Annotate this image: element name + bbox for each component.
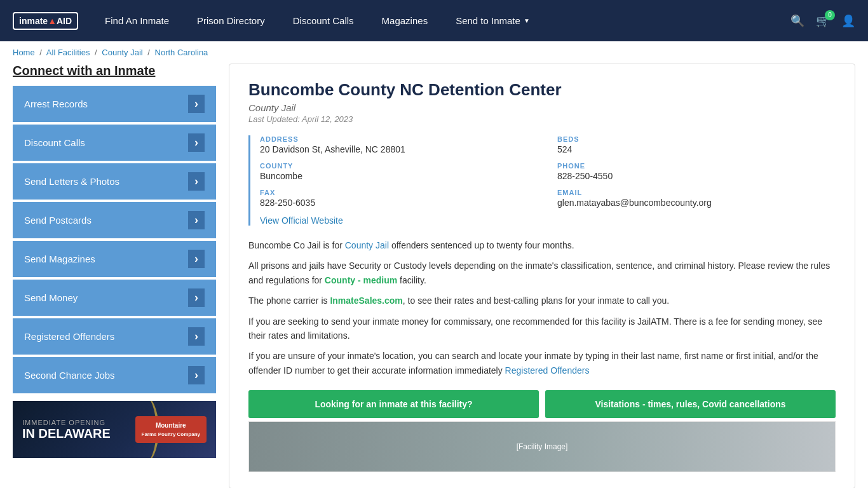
county-label: COUNTY bbox=[260, 162, 538, 170]
phone-value: 828-250-4550 bbox=[557, 171, 836, 181]
facility-type: County Jail bbox=[248, 102, 836, 113]
ad-text: IMMEDIATE OPENING IN DELAWARE bbox=[22, 419, 111, 441]
sidebar-btn-registered-offenders[interactable]: Registered Offenders › bbox=[13, 318, 216, 355]
facility-desc-5: If you are unsure of your inmate's locat… bbox=[248, 349, 836, 377]
official-website-link[interactable]: View Official Website bbox=[260, 215, 343, 226]
county-jail-link-1[interactable]: County Jail bbox=[345, 240, 389, 250]
find-inmate-cta-button[interactable]: Looking for an inmate at this facility? bbox=[248, 390, 539, 418]
breadcrumb: Home / All Facilities / County Jail / No… bbox=[0, 41, 868, 64]
nav-discount-calls[interactable]: Discount Calls bbox=[279, 0, 368, 41]
sidebar-btn-send-money[interactable]: Send Money › bbox=[13, 280, 216, 316]
address-label: ADDRESS bbox=[260, 135, 538, 143]
official-link-block: View Official Website bbox=[260, 215, 836, 226]
county-value: Buncombe bbox=[260, 171, 538, 181]
fax-label: FAX bbox=[260, 189, 538, 196]
breadcrumb-state[interactable]: North Carolina bbox=[155, 48, 208, 57]
ad-location-text: IN DELAWARE bbox=[22, 426, 111, 441]
email-block: EMAIL glen.matayabas@buncombecounty.org bbox=[557, 189, 836, 208]
breadcrumb-home[interactable]: Home bbox=[13, 48, 35, 57]
sidebar-ad[interactable]: IMMEDIATE OPENING IN DELAWARE MountaireF… bbox=[13, 401, 216, 458]
phone-label: PHONE bbox=[557, 162, 836, 170]
breadcrumb-sep1: / bbox=[39, 48, 42, 57]
beds-label: BEDS bbox=[557, 135, 836, 143]
fax-block: FAX 828-250-6035 bbox=[260, 189, 538, 208]
breadcrumb-county-jail[interactable]: County Jail bbox=[102, 48, 142, 57]
registered-offenders-link[interactable]: Registered Offenders bbox=[505, 365, 590, 376]
facility-info-grid: ADDRESS 20 Davidson St, Asheville, NC 28… bbox=[248, 135, 836, 226]
county-block: COUNTY Buncombe bbox=[260, 162, 538, 181]
nav-magazines[interactable]: Magazines bbox=[368, 0, 442, 41]
logo[interactable]: inmate▲AID bbox=[13, 12, 78, 30]
county-medium-link[interactable]: County - medium bbox=[325, 275, 397, 285]
breadcrumb-all-facilities[interactable]: All Facilities bbox=[46, 48, 90, 57]
facility-desc-2: All prisons and jails have Security or C… bbox=[248, 259, 836, 287]
sidebar-btn-second-chance-jobs[interactable]: Second Chance Jobs › bbox=[13, 357, 216, 393]
header-icons: 🔍 🛒 0 👤 bbox=[790, 14, 855, 28]
site-header: inmate▲AID Find An Inmate Prison Directo… bbox=[0, 0, 868, 41]
chevron-right-icon: › bbox=[188, 327, 205, 346]
facility-bottom-image: [Facility Image] bbox=[248, 421, 836, 472]
nav-send-to-inmate[interactable]: Send to Inmate ▼ bbox=[442, 0, 544, 41]
email-label: EMAIL bbox=[557, 189, 836, 196]
cta-buttons: Looking for an inmate at this facility? … bbox=[248, 390, 836, 418]
facility-card: Buncombe County NC Detention Center Coun… bbox=[229, 64, 855, 488]
sidebar-btn-arrest-records[interactable]: Arrest Records › bbox=[13, 86, 216, 122]
visitations-cta-button[interactable]: Visitations - times, rules, Covid cancel… bbox=[545, 390, 836, 418]
facility-desc-1: Buncombe Co Jail is for County Jail offe… bbox=[248, 238, 836, 252]
user-icon[interactable]: 👤 bbox=[841, 14, 855, 28]
inmate-sales-link[interactable]: InmateSales.com bbox=[330, 295, 402, 306]
main-nav: Find An Inmate Prison Directory Discount… bbox=[91, 0, 790, 41]
sidebar-btn-send-letters[interactable]: Send Letters & Photos › bbox=[13, 163, 216, 200]
sidebar-title: Connect with an Inmate bbox=[13, 64, 216, 78]
dropdown-arrow-icon: ▼ bbox=[524, 17, 530, 24]
phone-block: PHONE 828-250-4550 bbox=[557, 162, 836, 181]
fax-value: 828-250-6035 bbox=[260, 198, 538, 208]
sidebar: Connect with an Inmate Arrest Records › … bbox=[13, 64, 216, 488]
email-value: glen.matayabas@buncombecounty.org bbox=[557, 198, 836, 208]
sidebar-btn-send-magazines[interactable]: Send Magazines › bbox=[13, 241, 216, 277]
chevron-right-icon: › bbox=[188, 288, 205, 307]
facility-title: Buncombe County NC Detention Center bbox=[248, 80, 836, 100]
main-layout: Connect with an Inmate Arrest Records › … bbox=[0, 64, 868, 488]
sidebar-btn-send-postcards[interactable]: Send Postcards › bbox=[13, 202, 216, 238]
facility-desc-3: The phone carrier is InmateSales.com, to… bbox=[248, 294, 836, 308]
chevron-right-icon: › bbox=[188, 250, 205, 268]
cart-badge: 0 bbox=[825, 10, 835, 20]
chevron-right-icon: › bbox=[188, 211, 205, 229]
chevron-right-icon: › bbox=[188, 172, 205, 191]
sidebar-btn-discount-calls[interactable]: Discount Calls › bbox=[13, 125, 216, 161]
breadcrumb-sep3: / bbox=[147, 48, 150, 57]
nav-find-inmate[interactable]: Find An Inmate bbox=[91, 0, 183, 41]
chevron-right-icon: › bbox=[188, 95, 205, 113]
breadcrumb-sep2: / bbox=[95, 48, 97, 57]
facility-desc-4: If you are seeking to send your inmate m… bbox=[248, 315, 836, 343]
beds-block: BEDS 524 bbox=[557, 135, 836, 154]
chevron-right-icon: › bbox=[188, 133, 205, 152]
search-icon[interactable]: 🔍 bbox=[790, 14, 804, 28]
cart-icon[interactable]: 🛒 0 bbox=[816, 14, 830, 28]
chevron-right-icon: › bbox=[188, 366, 205, 384]
main-content: Buncombe County NC Detention Center Coun… bbox=[229, 64, 855, 488]
nav-prison-directory[interactable]: Prison Directory bbox=[183, 0, 279, 41]
ad-brand-logo: MountaireFarms Poultry Company bbox=[135, 416, 207, 443]
address-block: ADDRESS 20 Davidson St, Asheville, NC 28… bbox=[260, 135, 538, 154]
facility-last-updated: Last Updated: April 12, 2023 bbox=[248, 114, 836, 124]
beds-value: 524 bbox=[557, 144, 836, 154]
address-value: 20 Davidson St, Asheville, NC 28801 bbox=[260, 144, 538, 154]
ad-immediate-text: IMMEDIATE OPENING bbox=[22, 419, 111, 426]
